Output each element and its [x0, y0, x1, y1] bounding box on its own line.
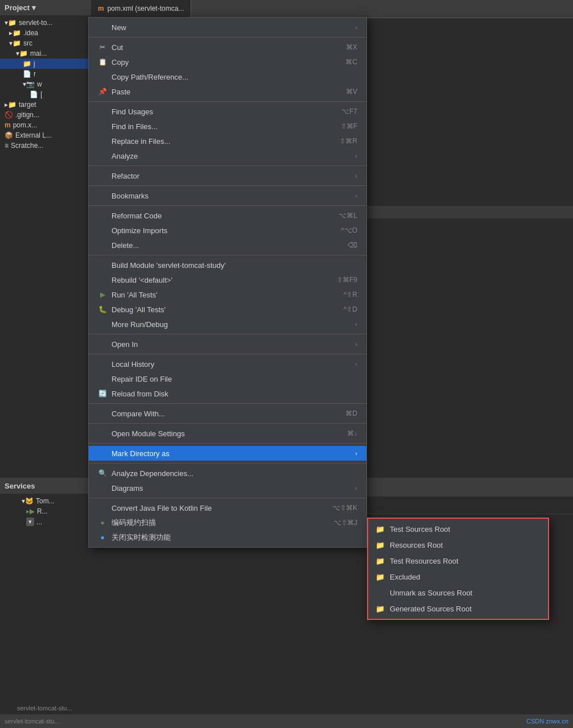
services-dropdown[interactable]: ▾ ... — [17, 516, 91, 527]
menu-separator — [89, 334, 366, 334]
submenu-item-excluded[interactable]: 📁 Excluded — [368, 569, 548, 585]
excluded-icon: 📁 — [375, 573, 385, 581]
menu-label: Cut — [112, 43, 123, 52]
menu-item-compare-with[interactable]: Compare With... ⌘D — [89, 406, 366, 421]
menu-separator — [89, 37, 366, 38]
tree-item-target[interactable]: ▸📁 target — [0, 100, 90, 110]
shortcut: ⇧⌘F9 — [337, 276, 357, 284]
menu-label: Debug 'All Tests' — [112, 305, 166, 314]
menu-item-encoding-scan[interactable]: ● 编码规约扫描 ⌥⇧⌘J — [89, 515, 366, 530]
folder-icon: ▾📁 — [9, 39, 21, 47]
shortcut: ⌥F7 — [341, 107, 357, 115]
menu-label: Repair IDE on File — [112, 375, 172, 383]
editor-tab-pom[interactable]: m pom.xml (servlet-tomca... — [91, 0, 191, 18]
services-tree-item-r[interactable]: ▸▶ R... — [17, 506, 91, 516]
tomcat-icon: ▾🐱 — [22, 497, 34, 505]
shortcut: ⇧⌘F — [341, 122, 357, 130]
shortcut: ⌘V — [346, 88, 357, 96]
menu-label: Convert Java File to Kotlin File — [112, 504, 212, 512]
submenu-item-unmark[interactable]: Unmark as Sources Root — [368, 585, 548, 601]
menu-item-close-realtime[interactable]: ● 关闭实时检测功能 — [89, 530, 366, 545]
menu-item-copy[interactable]: 📋 Copy ⌘C — [89, 55, 366, 69]
menu-item-find-usages[interactable]: Find Usages ⌥F7 — [89, 104, 366, 119]
tree-item-main[interactable]: ▾📁 mai... — [0, 48, 90, 59]
tree-item-w[interactable]: ▾📷 w — [0, 79, 90, 89]
menu-item-delete[interactable]: Delete... ⌫ — [89, 238, 366, 253]
menu-item-open-module-settings[interactable]: Open Module Settings ⌘↓ — [89, 426, 366, 441]
tree-item-idea[interactable]: ▸📁 .idea — [0, 28, 90, 38]
menu-separator — [89, 498, 366, 498]
menu-label: Run 'All Tests' — [112, 291, 158, 299]
menu-item-reformat[interactable]: Reformat Code ⌥⌘L — [89, 208, 366, 223]
resources-icon: 📁 — [375, 541, 385, 549]
menu-item-find-in-files[interactable]: Find in Files... ⇧⌘F — [89, 119, 366, 134]
tree-item-servlet[interactable]: ▾📁 servlet-to... — [0, 18, 90, 28]
editor-tab-bar: m pom.xml (servlet-tomca... — [91, 0, 573, 18]
submenu-item-test-resources-root[interactable]: 📁 Test Resources Root — [368, 553, 548, 569]
menu-item-reload-from-disk[interactable]: 🔄 Reload from Disk — [89, 386, 366, 401]
menu-label: Replace in Files... — [112, 137, 170, 146]
tree-item-label: src — [23, 39, 32, 47]
shortcut: ⌘D — [345, 410, 357, 417]
tree-item-label: w — [37, 80, 42, 88]
menu-item-replace-in-files[interactable]: Replace in Files... ⇧⌘R — [89, 134, 366, 148]
menu-item-more-run-debug[interactable]: More Run/Debug › — [89, 317, 366, 332]
tree-item-gitignore[interactable]: 🚫 .gitign... — [0, 110, 90, 120]
menu-item-bookmarks[interactable]: Bookmarks › — [89, 188, 366, 203]
attribution-label: CSDN znwx.cn — [526, 718, 568, 725]
menu-label: 关闭实时检测功能 — [112, 532, 171, 543]
menu-label: New — [112, 23, 126, 32]
services-tree-item-tom[interactable]: ▾🐱 Tom... — [17, 496, 91, 506]
menu-item-local-history[interactable]: Local History › — [89, 357, 366, 371]
menu-item-build-module[interactable]: Build Module 'servlet-tomcat-study' — [89, 258, 366, 272]
menu-item-cut[interactable]: ✂ Cut ⌘X — [89, 40, 366, 55]
services-footer: servlet-tomcat-stu... — [0, 701, 91, 714]
submenu-item-generated-sources[interactable]: 📁 Generated Sources Root — [368, 601, 548, 617]
submenu-label: Excluded — [390, 573, 420, 581]
tree-item-external[interactable]: 📦 External L... — [0, 130, 90, 140]
folder-icon: ▸📁 — [5, 101, 17, 109]
tree-item-scratch[interactable]: ≡ Scratche... — [0, 140, 90, 151]
menu-label: More Run/Debug — [112, 320, 168, 329]
tree-item-label: j — [34, 60, 35, 68]
menu-item-analyze[interactable]: Analyze › — [89, 148, 366, 163]
menu-item-mark-directory[interactable]: Mark Directory as › — [89, 446, 366, 461]
tree-item-bracket[interactable]: 📄 [ — [0, 89, 90, 100]
tab-label: pom.xml (servlet-tomca... — [108, 5, 184, 13]
tree-item-src[interactable]: ▾📁 src — [0, 38, 90, 48]
menu-item-repair-ide[interactable]: Repair IDE on File — [89, 371, 366, 386]
menu-item-convert-kotlin[interactable]: Convert Java File to Kotlin File ⌥⇧⌘K — [89, 500, 366, 515]
menu-item-paste[interactable]: 📌 Paste ⌘V — [89, 84, 366, 99]
project-panel-header[interactable]: Project ▾ — [0, 0, 90, 15]
arrow-icon: › — [355, 152, 357, 159]
menu-item-analyze-deps[interactable]: 🔍 Analyze Dependencies... — [89, 466, 366, 481]
tree-item-r[interactable]: 📄 r — [0, 69, 90, 79]
menu-item-new[interactable]: New › — [89, 20, 366, 35]
menu-item-copy-path[interactable]: Copy Path/Reference... — [89, 69, 366, 84]
menu-item-open-in[interactable]: Open In › — [89, 337, 366, 351]
maven-icon: m — [5, 121, 11, 129]
submenu-label: Test Sources Root — [390, 525, 450, 533]
menu-item-refactor[interactable]: Refactor › — [89, 168, 366, 183]
menu-item-diagrams[interactable]: Diagrams › — [89, 481, 366, 495]
menu-item-optimize-imports[interactable]: Optimize Imports ^⌥O — [89, 223, 366, 238]
submenu-item-resources-root[interactable]: 📁 Resources Root — [368, 537, 548, 553]
shortcut: ^⇧D — [344, 305, 357, 313]
shortcut: ⇧⌘R — [340, 137, 357, 145]
arrow-icon: › — [355, 361, 357, 367]
dropdown-btn[interactable]: ▾ — [26, 518, 34, 526]
menu-item-run-all-tests[interactable]: ▶ Run 'All Tests' ^⇧R — [89, 287, 366, 302]
menu-label: Build Module 'servlet-tomcat-study' — [112, 261, 226, 270]
submenu-item-test-sources-root[interactable]: 📁 Test Sources Root — [368, 521, 548, 537]
menu-label: Find in Files... — [112, 122, 158, 131]
shortcut: ^⇧R — [344, 291, 357, 299]
services-tree-label: R... — [37, 507, 48, 515]
shortcut: ⌥⌘L — [339, 212, 357, 220]
menu-item-debug-all-tests[interactable]: 🐛 Debug 'All Tests' ^⇧D — [89, 302, 366, 317]
menu-separator — [89, 423, 366, 424]
menu-item-rebuild[interactable]: Rebuild '<default>' ⇧⌘F9 — [89, 272, 366, 287]
folder-icon: ▸📁 — [9, 29, 21, 37]
tree-item-j[interactable]: 📁 j — [0, 59, 90, 69]
submenu-label: Resources Root — [390, 541, 443, 549]
tree-item-pom[interactable]: m pom.x... — [0, 120, 90, 130]
